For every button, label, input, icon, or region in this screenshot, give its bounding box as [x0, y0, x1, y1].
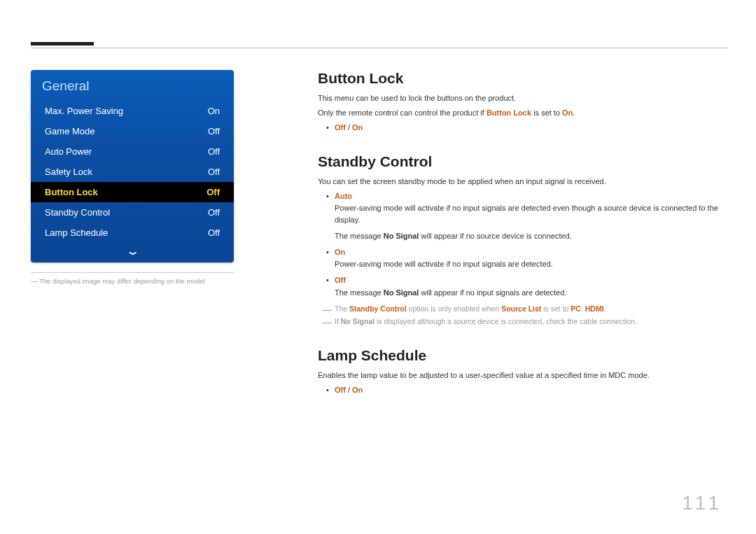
header-rule [31, 48, 728, 48]
option-list: Off / On [318, 122, 728, 134]
section-title: Standby Control [318, 153, 728, 170]
left-column: General Max. Power Saving On Game Mode O… [31, 70, 297, 506]
footnote-dash: ― [31, 277, 38, 285]
menu-item-safety-lock[interactable]: Safety Lock Off [31, 162, 234, 182]
menu-item-value: Off [206, 187, 220, 197]
menu-item-label: Game Mode [45, 126, 95, 136]
option-list: On [318, 246, 728, 258]
section-title: Lamp Schedule [318, 347, 728, 364]
section-title: Button Lock [318, 70, 728, 87]
option-list: Auto [318, 190, 728, 202]
footnote-line: ― If No Signal is displayed although a s… [318, 316, 728, 328]
menu-item-label: Max. Power Saving [45, 106, 123, 116]
menu-item-value: Off [208, 146, 220, 157]
menu-item-standby-control[interactable]: Standby Control Off [31, 202, 234, 223]
option-list: Off [318, 274, 728, 286]
option-note: The message No Signal will appear if no … [318, 287, 728, 299]
option-item: Off / On [318, 122, 728, 134]
menu-title: General [31, 70, 234, 101]
header-accent-bar [31, 42, 94, 45]
footnote-line: ― The Standby Control option is only ena… [318, 303, 728, 315]
menu-item-value: Off [208, 167, 220, 177]
menu-item-label: Auto Power [45, 146, 92, 157]
menu-item-value: Off [208, 227, 220, 238]
right-column: Button Lock This menu can be used to loc… [297, 70, 728, 506]
menu-item-value: Off [208, 126, 220, 136]
option-off: Off [318, 274, 728, 286]
section-standby-control: Standby Control You can set the screen s… [318, 153, 728, 328]
settings-menu-panel: General Max. Power Saving On Game Mode O… [31, 70, 234, 262]
footnote-rule [31, 272, 234, 273]
footnote: ― The displayed image may differ dependi… [31, 277, 297, 285]
menu-item-max-power-saving[interactable]: Max. Power Saving On [31, 101, 234, 121]
menu-item-label: Standby Control [45, 207, 110, 218]
footnote-text: The displayed image may differ depending… [39, 277, 206, 285]
option-auto: Auto [318, 190, 728, 202]
option-on: On [318, 246, 728, 258]
menu-item-value: Off [208, 207, 220, 218]
body-text: You can set the screen standby mode to b… [318, 176, 728, 188]
page-content: General Max. Power Saving On Game Mode O… [31, 70, 728, 506]
option-desc: Power-saving mode will activate if no in… [318, 202, 728, 226]
menu-item-value: On [208, 106, 220, 116]
menu-scroll-down[interactable] [31, 243, 234, 262]
body-text: Enables the lamp value to be adjusted to… [318, 370, 728, 381]
menu-item-label: Button Lock [45, 187, 98, 197]
option-note: The message No Signal will appear if no … [318, 230, 728, 242]
menu-item-auto-power[interactable]: Auto Power Off [31, 141, 234, 162]
menu-item-lamp-schedule[interactable]: Lamp Schedule Off [31, 223, 234, 243]
body-text: Only the remote control can control the … [318, 107, 728, 119]
body-text: This menu can be used to lock the button… [318, 92, 728, 104]
option-list: Off / On [318, 384, 728, 396]
menu-item-game-mode[interactable]: Game Mode Off [31, 121, 234, 141]
menu-item-label: Lamp Schedule [45, 227, 108, 238]
dash-icon: ― [322, 314, 332, 330]
page-number: 111 [682, 492, 721, 514]
section-button-lock: Button Lock This menu can be used to loc… [318, 70, 728, 134]
menu-item-button-lock[interactable]: Button Lock Off [31, 182, 234, 202]
option-desc: Power-saving mode will activate if no in… [318, 258, 728, 270]
chevron-down-icon [128, 246, 137, 257]
option-item: Off / On [318, 384, 728, 396]
section-lamp-schedule: Lamp Schedule Enables the lamp value to … [318, 347, 728, 396]
menu-item-label: Safety Lock [45, 167, 92, 177]
